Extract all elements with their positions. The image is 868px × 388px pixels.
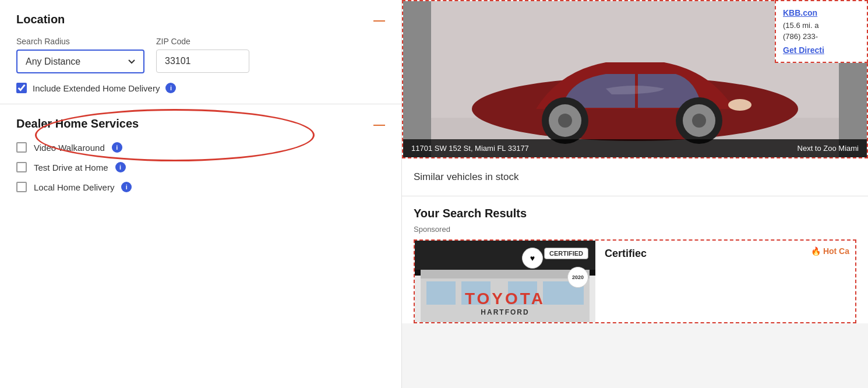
car-address-bar: 11701 SW 152 St, Miami FL 33177 Next to … (403, 139, 867, 157)
zip-code-label: ZIP Code (156, 37, 249, 46)
test-drive-option: Test Drive at Home i (16, 162, 385, 172)
car-nearby: Next to Zoo Miami (798, 144, 859, 153)
kbb-phone: (786) 233- (783, 32, 860, 41)
heart-badge: ♥ (522, 248, 543, 269)
dealer-home-services-section: Dealer Home Services — Video Walkaround … (0, 104, 401, 216)
sponsored-car-image: TOYOTA HARTFORD CERTIFIED ♥ 2020 (415, 241, 595, 322)
location-header: Location — (16, 13, 385, 26)
hartford-text: HARTFORD (465, 308, 545, 316)
toyota-brand-text: TOYOTA (465, 290, 545, 308)
dealer-section-header: Dealer Home Services — (16, 117, 385, 130)
sponsored-listing: TOYOTA HARTFORD CERTIFIED ♥ 2020 🔥 Hot C… (414, 239, 856, 323)
location-collapse-icon[interactable]: — (373, 14, 385, 26)
local-delivery-label: Local Home Delivery (34, 182, 114, 192)
sponsored-label: Sponsored (414, 225, 856, 234)
left-panel: Location — Search Radius Any Distance 10… (0, 0, 402, 388)
location-title: Location (16, 13, 65, 26)
dealer-collapse-icon[interactable]: — (373, 118, 385, 130)
kbb-distance: (15.6 mi. a (783, 21, 860, 30)
zip-code-group: ZIP Code (156, 37, 249, 73)
test-drive-checkbox[interactable] (16, 162, 27, 172)
local-delivery-option: Local Home Delivery i (16, 182, 385, 192)
extended-delivery-row: Include Extended Home Delivery i (16, 83, 385, 93)
search-results-section: Your Search Results Sponsored (402, 196, 868, 323)
fire-icon: 🔥 (811, 246, 821, 256)
test-drive-label: Test Drive at Home (34, 163, 108, 172)
svg-point-9 (728, 99, 751, 111)
svg-point-5 (558, 114, 572, 128)
search-radius-group: Search Radius Any Distance 10 miles 25 m… (16, 37, 144, 73)
search-radius-select[interactable]: Any Distance 10 miles 25 miles 50 miles … (16, 50, 144, 73)
get-directions-link[interactable]: Get Directi (783, 45, 860, 55)
hot-car-badge: 🔥 Hot Ca (811, 246, 849, 256)
similar-vehicles-card: Similar vehicles in stock (402, 158, 868, 196)
video-walkaround-label: Video Walkaround (34, 143, 105, 153)
location-fields: Search Radius Any Distance 10 miles 25 m… (16, 37, 385, 73)
dealer-section-title: Dealer Home Services (16, 117, 139, 130)
toyota-logo: TOYOTA HARTFORD (465, 290, 545, 316)
test-drive-info-icon[interactable]: i (115, 162, 126, 172)
video-walkaround-info-icon[interactable]: i (112, 142, 122, 153)
heart-icon: ♥ (530, 253, 535, 263)
year-badge: 2020 (567, 267, 588, 288)
certified-listing-text: Certifiec (605, 248, 846, 260)
extended-delivery-checkbox[interactable] (16, 83, 27, 93)
kbb-panel: KBB.con (15.6 mi. a (786) 233- Get Direc… (775, 0, 868, 63)
kbb-title[interactable]: KBB.con (783, 8, 860, 17)
local-delivery-checkbox[interactable] (16, 182, 27, 192)
svg-point-8 (692, 114, 706, 128)
extended-delivery-label: Include Extended Home Delivery (33, 83, 160, 93)
local-delivery-info-icon[interactable]: i (121, 182, 132, 192)
search-radius-label: Search Radius (16, 37, 144, 46)
svg-rect-13 (421, 270, 590, 278)
extended-delivery-info-icon[interactable]: i (165, 83, 176, 93)
right-panel: 11701 SW 152 St, Miami FL 33177 Next to … (402, 0, 868, 388)
video-walkaround-checkbox[interactable] (16, 142, 27, 153)
car-address: 11701 SW 152 St, Miami FL 33177 (411, 144, 529, 153)
svg-rect-14 (426, 281, 456, 305)
certified-badge: CERTIFIED (544, 248, 588, 259)
video-walkaround-option: Video Walkaround i (16, 142, 385, 153)
zip-code-input[interactable] (156, 50, 249, 73)
location-section: Location — Search Radius Any Distance 10… (0, 0, 401, 104)
sponsored-car-info: 🔥 Hot Ca Certifiec (595, 241, 855, 322)
similar-vehicles-text: Similar vehicles in stock (414, 171, 518, 182)
your-search-results-title: Your Search Results (414, 207, 856, 220)
hot-car-text: Hot Ca (823, 246, 849, 256)
